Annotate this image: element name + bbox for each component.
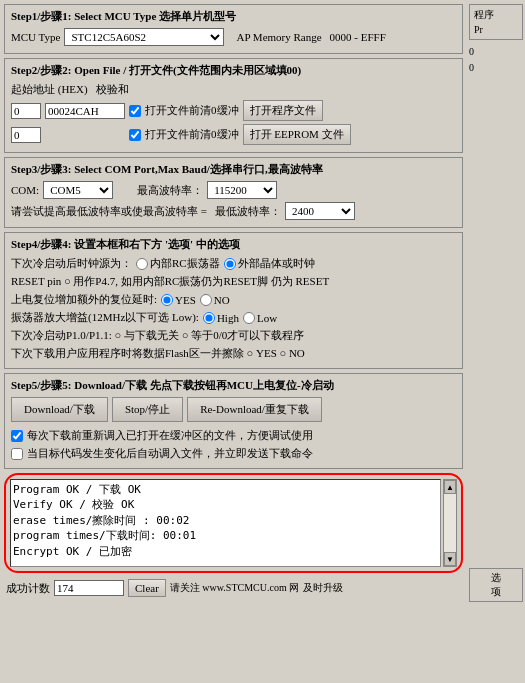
success-count-label: 成功计数 [6, 581, 50, 596]
reset-yes-label: YES [175, 294, 196, 306]
step4-title: Step4/步骤4: 设置本框和右下方 '选项' 中的选项 [11, 237, 456, 252]
step3-title: Step3/步骤3: Select COM Port,Max Baud/选择串行… [11, 162, 456, 177]
amp-low-option[interactable]: Low [243, 312, 277, 324]
ap-range-value: 0000 - EFFF [330, 31, 386, 43]
osc-external-label: 外部晶体或时钟 [238, 256, 315, 271]
osc-internal-radio[interactable] [136, 258, 148, 270]
step2-section: Step2/步骤2: Open File / 打开文件(文件范围内未用区域填00… [4, 58, 463, 153]
right-label-1: 程序 [474, 7, 518, 22]
log-wrapper: Program OK / 下载 OK Verify OK / 校验 OK era… [4, 473, 463, 573]
scroll-down-btn[interactable]: ▼ [444, 552, 456, 566]
step5-title: Step5/步骤5: Download/下载 先点下载按钮再MCU上电复位-冷启… [11, 378, 456, 393]
addr1-input[interactable] [11, 103, 41, 119]
reset-extra-label: 上电复位增加额外的复位延时: [11, 292, 157, 307]
amp-low-radio[interactable] [243, 312, 255, 324]
log-line-1: Program OK / 下载 OK [13, 482, 438, 497]
reset-yes-radio[interactable] [161, 294, 173, 306]
log-line-3: erase times/擦除时间 : 00:02 [13, 513, 438, 528]
log-line-4: program times/下载时间: 00:01 [13, 528, 438, 543]
osc-external-option[interactable]: 外部晶体或时钟 [224, 256, 315, 271]
addr2-input[interactable] [11, 127, 41, 143]
select-label: 选 [472, 571, 520, 585]
amp-high-radio[interactable] [203, 312, 215, 324]
right-label-2: Pr [474, 22, 518, 37]
auto-send-checkbox[interactable] [11, 448, 23, 460]
mcu-type-select[interactable]: STC12C5A60S2 [64, 28, 224, 46]
step1-title: Step1/步骤1: Select MCU Type 选择单片机型号 [11, 9, 456, 24]
reset-yes-option[interactable]: YES [161, 294, 196, 306]
checksum-label: 校验和 [96, 82, 129, 97]
reload-checkbox[interactable] [11, 430, 23, 442]
redownload-btn[interactable]: Re-Download/重复下载 [187, 397, 322, 422]
right-panel: 程序 Pr 0 0 选 项 [467, 0, 525, 606]
amp-low-label: Low [257, 312, 277, 324]
reload-label: 每次下载前重新调入已打开在缓冲区的文件，方便调试使用 [27, 428, 313, 443]
reset-label: RESET pin ○ 用作P4.7, 如用内部RC振荡仍为RESET脚 仍为 … [11, 274, 329, 289]
osc-internal-label: 内部RC振荡器 [150, 256, 220, 271]
com-select[interactable]: COM5 [43, 181, 113, 199]
step1-section: Step1/步骤1: Select MCU Type 选择单片机型号 MCU T… [4, 4, 463, 54]
clear-buf2-checkbox[interactable] [129, 129, 141, 141]
stop-btn[interactable]: Stop/停止 [112, 397, 183, 422]
step2-title: Step2/步骤2: Open File / 打开文件(文件范围内未用区域填00… [11, 63, 456, 78]
amp-label: 振荡器放大增益(12MHz以下可选 Low): [11, 310, 199, 325]
osc-label: 下次冷启动后时钟源为： [11, 256, 132, 271]
min-baud-label: 最低波特率： [215, 204, 281, 219]
status-bar: 成功计数 Clear 请关注 www.STCMCU.com 网 及时升级 [4, 577, 463, 599]
open-eeprom-btn[interactable]: 打开 EEPROM 文件 [243, 124, 351, 145]
clear-buf2-label: 打开文件前清0缓冲 [145, 127, 239, 142]
select-label2: 项 [472, 585, 520, 599]
log-container: Program OK / 下载 OK Verify OK / 校验 OK era… [10, 479, 457, 567]
reset-no-label: NO [214, 294, 230, 306]
log-scrollbar[interactable]: ▲ ▼ [443, 479, 457, 567]
auto-send-label: 当目标代码发生变化后自动调入文件，并立即发送下载命令 [27, 446, 313, 461]
clear-buf1-label: 打开文件前清0缓冲 [145, 103, 239, 118]
scroll-track [444, 494, 456, 552]
download-btn[interactable]: Download/下载 [11, 397, 108, 422]
ap-range-label: AP Memory Range [236, 31, 321, 43]
step3-section: Step3/步骤3: Select COM Port,Max Baud/选择串行… [4, 157, 463, 228]
osc-internal-option[interactable]: 内部RC振荡器 [136, 256, 220, 271]
log-text-area: Program OK / 下载 OK Verify OK / 校验 OK era… [10, 479, 441, 567]
ap-box: 程序 Pr [469, 4, 523, 40]
scroll-up-btn[interactable]: ▲ [444, 480, 456, 494]
right-items: 0 0 [469, 44, 523, 76]
right-text: 及时升级 [303, 581, 343, 595]
log-outline: Program OK / 下载 OK Verify OK / 校验 OK era… [4, 473, 463, 573]
reset-no-radio[interactable] [200, 294, 212, 306]
url-text: 请关注 www.STCMCU.com 网 [170, 581, 299, 595]
max-baud-select[interactable]: 115200 [207, 181, 277, 199]
step5-section: Step5/步骤5: Download/下载 先点下载按钮再MCU上电复位-冷启… [4, 373, 463, 469]
right-item-1: 0 [469, 44, 523, 60]
amp-high-option[interactable]: High [203, 312, 239, 324]
open-program-btn[interactable]: 打开程序文件 [243, 100, 323, 121]
right-item-2: 0 [469, 60, 523, 76]
success-count-input[interactable] [54, 580, 124, 596]
try-label: 请尝试提高最低波特率或使最高波特率 = [11, 204, 207, 219]
com-label: COM: [11, 184, 39, 196]
addr-label: 起始地址 (HEX) [11, 82, 88, 97]
log-line-5: Encrypt OK / 已加密 [13, 544, 438, 559]
log-line-2: Verify OK / 校验 OK [13, 497, 438, 512]
clear-buf1-checkbox[interactable] [129, 105, 141, 117]
max-baud-label: 最高波特率： [137, 183, 203, 198]
step4-section: Step4/步骤4: 设置本框和右下方 '选项' 中的选项 下次冷启动后时钟源为… [4, 232, 463, 369]
osc-external-radio[interactable] [224, 258, 236, 270]
amp-high-label: High [217, 312, 239, 324]
right-small-list: 程序 Pr [474, 7, 518, 37]
hex1-input[interactable] [45, 103, 125, 119]
clear-btn[interactable]: Clear [128, 579, 166, 597]
reset-no-option[interactable]: NO [200, 294, 230, 306]
p10-label: 下次冷启动P1.0/P1.1: ○ 与下载无关 ○ 等于0/0才可以下载程序 [11, 328, 304, 343]
flash-label: 下次下载用户应用程序时将数据Flash区一并擦除 ○ YES ○ NO [11, 346, 305, 361]
select-section: 选 项 [469, 568, 523, 602]
mcu-label: MCU Type [11, 31, 60, 43]
min-baud-select[interactable]: 2400 [285, 202, 355, 220]
